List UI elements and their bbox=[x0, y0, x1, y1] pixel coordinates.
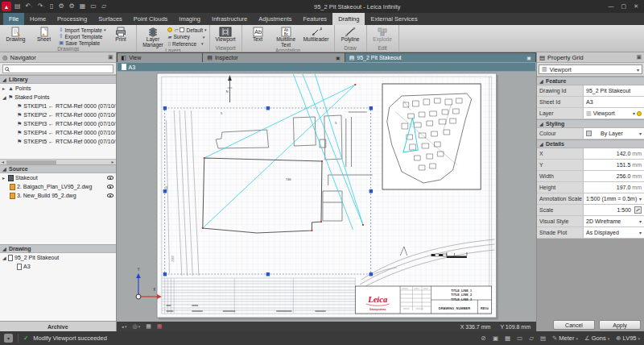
settings-icon[interactable]: ⚙ bbox=[58, 3, 64, 10]
tools-icon[interactable]: ⚙ bbox=[69, 3, 75, 10]
shade-plot-dropdown[interactable]: As Displayed▾ bbox=[584, 227, 644, 238]
folder-icon[interactable]: ▤ bbox=[540, 335, 546, 342]
snapshot-icon[interactable]: ▣ bbox=[493, 335, 498, 342]
horizontal-scrollbar[interactable]: ◄► bbox=[0, 159, 116, 164]
layer-survey-row[interactable]: ▰Survey▾ bbox=[167, 34, 206, 40]
import-template-button[interactable]: ⇩Import Template▾ bbox=[59, 27, 105, 33]
drawing-section-header[interactable]: ◢Drawing bbox=[0, 244, 116, 253]
visibility-eye-icon[interactable] bbox=[107, 185, 114, 189]
tab-document[interactable]: ▤95_2 Pit Stakeout▣ bbox=[345, 53, 535, 62]
distance-unit-selector[interactable]: ✎Meter▾ bbox=[552, 335, 578, 342]
grid-icon[interactable]: ▦ bbox=[505, 335, 510, 342]
sheet-tab-a3[interactable]: A3 bbox=[117, 62, 536, 72]
tree-item-stakeout[interactable]: ▸Stakeout bbox=[0, 173, 116, 182]
polyline-button[interactable]: Polyline bbox=[337, 26, 364, 46]
y-field[interactable]: 151.5mm bbox=[584, 160, 644, 170]
fill-mode-icon[interactable]: ▪▾ bbox=[122, 324, 127, 330]
tree-item-stkept1[interactable]: ⚑STKEPt1 ← RTCM-Ref 0000 (07/10/ bbox=[0, 102, 116, 110]
source-section-header[interactable]: ◢Source bbox=[0, 164, 116, 173]
cancel-button[interactable]: Cancel bbox=[553, 320, 595, 330]
scrollbar-thumb[interactable] bbox=[6, 160, 56, 164]
snap-toggle-icon[interactable]: ▦ bbox=[157, 323, 163, 330]
drawing-button[interactable]: Drawing bbox=[2, 26, 29, 47]
multiline-text-button[interactable]: AbBc Multiline Text bbox=[273, 26, 299, 48]
snapshot-icon[interactable]: ▭ bbox=[90, 3, 97, 10]
tree-item-staked-points[interactable]: ◢⚑Staked Points bbox=[0, 93, 116, 102]
tab-infrastructure[interactable]: Infrastructure bbox=[206, 13, 253, 25]
pin-icon[interactable]: ▣ bbox=[108, 54, 114, 60]
height-field[interactable]: 197.0mm bbox=[584, 182, 644, 193]
tab-file[interactable]: File bbox=[3, 13, 24, 25]
tab-processing[interactable]: Processing bbox=[52, 13, 93, 25]
visibility-eye-icon[interactable] bbox=[107, 176, 114, 180]
colour-dropdown[interactable]: By Layer ▾ bbox=[584, 128, 644, 139]
tree-item-stkept4[interactable]: ⚑STKEPt4 ← RTCM-Ref 0000 (07/10/ bbox=[0, 128, 116, 137]
width-field[interactable]: 256.0mm bbox=[584, 171, 644, 181]
grid-toggle-icon[interactable]: ▦ bbox=[146, 323, 151, 330]
scale-link-icon[interactable] bbox=[634, 206, 642, 214]
sheet-button[interactable]: Sheet bbox=[31, 26, 57, 47]
leica-app-icon[interactable]: ▲ bbox=[2, 2, 11, 11]
tab-drafting[interactable]: Drafting bbox=[332, 13, 365, 25]
drawing-canvas[interactable]: N 744 2560 bbox=[117, 72, 536, 322]
library-section-header[interactable]: ◢Library bbox=[0, 75, 116, 84]
layer-dropdown[interactable]: ▥ Viewport ▾ bbox=[584, 108, 644, 118]
default-checkbox[interactable] bbox=[180, 27, 184, 32]
tree-item-sheet-a3[interactable]: A3 bbox=[0, 262, 116, 271]
export-template-button[interactable]: ⇧Export Template bbox=[59, 33, 105, 39]
explode-button[interactable]: Explode bbox=[369, 26, 396, 46]
archive-section-header[interactable]: Archive bbox=[0, 321, 116, 331]
layer-default-row[interactable]: ▱Default▾ bbox=[167, 27, 206, 33]
crs-selector[interactable]: ⊕LV95▾ bbox=[616, 335, 640, 342]
tab-imaging[interactable]: Imaging bbox=[173, 13, 206, 25]
tree-item-dwg-2[interactable]: 2. Balgach_Plan_LV95_2.dwg bbox=[0, 182, 116, 191]
tab-features[interactable]: Features bbox=[298, 13, 333, 25]
tab-adjustments[interactable]: Adjustments bbox=[253, 13, 297, 25]
minimize-icon[interactable]: — bbox=[609, 3, 614, 10]
restore-icon[interactable]: ▢ bbox=[621, 3, 627, 10]
styling-section-header[interactable]: ◢Styling bbox=[537, 119, 644, 128]
details-section-header[interactable]: ◢Details bbox=[537, 139, 644, 148]
tab-external-services[interactable]: External Services bbox=[365, 13, 423, 25]
pin-icon[interactable]: ▣ bbox=[636, 54, 642, 60]
tab-inspector[interactable]: ▤Inspector▣ bbox=[203, 53, 344, 62]
tab-view[interactable]: ◧View bbox=[118, 53, 203, 62]
tree-item-stkept2[interactable]: ⚑STKEPt2 ← RTCM-Ref 0000 (07/10/ bbox=[0, 110, 116, 119]
viewport-button[interactable]: Viewport bbox=[213, 26, 239, 46]
archive-icon[interactable]: ▦ bbox=[80, 3, 86, 10]
scale-field[interactable]: 1:500 bbox=[584, 205, 644, 215]
layer-visibility-bulb-icon[interactable] bbox=[637, 111, 642, 116]
text-button[interactable]: Ab Text bbox=[245, 26, 271, 48]
tab-surfaces[interactable]: Surfaces bbox=[93, 13, 128, 25]
tree-item-dwg-3[interactable]: 3. New_Build 95_2.dwg bbox=[0, 191, 116, 200]
visual-style-dropdown[interactable]: 2D Wireframe▾ bbox=[584, 216, 644, 227]
message-icon[interactable]: ▭ bbox=[517, 335, 522, 342]
tree-item-points[interactable]: ▸▲Points bbox=[0, 84, 116, 93]
delete-icon[interactable]: ▯ bbox=[50, 3, 53, 10]
tab-point-clouds[interactable]: Point Clouds bbox=[128, 13, 174, 25]
pin-icon[interactable]: ▣ bbox=[526, 55, 531, 60]
search-input[interactable] bbox=[2, 64, 114, 73]
pin-icon[interactable]: ▣ bbox=[336, 55, 341, 60]
close-icon[interactable]: ✕ bbox=[634, 3, 638, 10]
angle-unit-selector[interactable]: ∠Gons▾ bbox=[584, 335, 609, 342]
tree-item-stkept5[interactable]: ⚑STKEPt5 ← RTCM-Ref 0000 (07/10/ bbox=[0, 137, 116, 146]
object-selector[interactable]: ▥ Viewport ▾ bbox=[539, 64, 642, 74]
annotation-scale-dropdown[interactable]: 1:500 (1mm = 0.5m)▾ bbox=[584, 193, 644, 204]
orbit-icon[interactable]: ◎▾ bbox=[133, 323, 141, 330]
undo-icon[interactable]: ↶▾ bbox=[26, 3, 33, 10]
x-field[interactable]: 142.0mm bbox=[584, 148, 644, 159]
print-button[interactable]: Print bbox=[107, 26, 134, 47]
tree-item-stkept3[interactable]: ⚑STKEPt3 ← RTCM-Ref 0000 (07/10/ bbox=[0, 119, 116, 128]
multileader-button[interactable]: A Multileader bbox=[301, 26, 332, 48]
save-template-button[interactable]: ▣Save Template bbox=[59, 39, 105, 46]
save-icon[interactable]: ▤ bbox=[14, 3, 21, 10]
measure-icon[interactable]: ▱ bbox=[529, 335, 534, 342]
panel-toggle-icon[interactable]: ▾ bbox=[4, 334, 13, 343]
prohibit-icon[interactable]: ⊘ bbox=[481, 335, 486, 342]
redo-icon[interactable]: ↷▾ bbox=[38, 3, 45, 10]
tree-item-drawing-root[interactable]: ◢95_2 Pit Stakeout bbox=[0, 253, 116, 262]
visibility-eye-icon[interactable] bbox=[107, 193, 114, 197]
apply-button[interactable]: Apply bbox=[599, 320, 641, 330]
tab-home[interactable]: Home bbox=[24, 13, 52, 25]
